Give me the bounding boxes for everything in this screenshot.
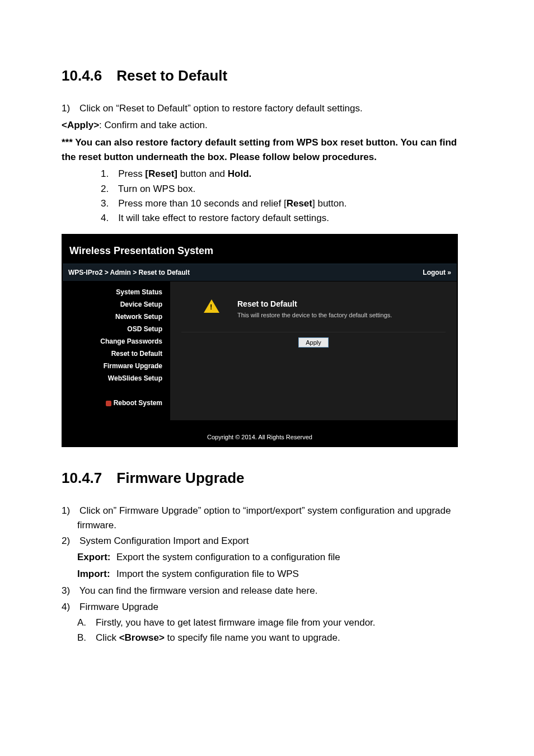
sidebar-item-system-status[interactable]: System Status bbox=[63, 286, 170, 298]
apply-button[interactable]: Apply bbox=[298, 337, 329, 348]
sidebar-item-reset-to-default[interactable]: Reset to Default bbox=[63, 348, 170, 360]
breadcrumb-bar: WPS-IPro2 > Admin > Reset to Default Log… bbox=[63, 264, 457, 281]
list-item: 4) Firmware Upgrade bbox=[62, 600, 472, 614]
list-item: 2. Turn on WPS box. bbox=[101, 182, 472, 196]
list-item: 2) System Configuration Import and Expor… bbox=[62, 534, 472, 548]
power-icon bbox=[106, 401, 111, 406]
paragraph: *** You can also restore factory default… bbox=[62, 135, 472, 165]
sidebar-item-webslides-setup[interactable]: WebSlides Setup bbox=[63, 372, 170, 384]
heading-number: 10.4.6 bbox=[62, 67, 102, 84]
panel-footer: Copyright © 2014. All Rights Reserved bbox=[63, 420, 457, 446]
content-heading: Reset to Default bbox=[237, 299, 392, 308]
warning-icon bbox=[204, 299, 219, 313]
import-line: Import:Import the system configuration f… bbox=[62, 567, 472, 581]
export-line: Export:Export the system configuration t… bbox=[62, 550, 472, 565]
sidebar-item-change-passwords[interactable]: Change Passwords bbox=[63, 335, 170, 348]
section-heading: 10.4.7Firmware Upgrade bbox=[62, 469, 472, 487]
list-item: 4. It will take effect to restore factor… bbox=[101, 211, 472, 226]
paragraph: 1) Click on “Reset to Default” option to… bbox=[62, 101, 472, 116]
logout-link[interactable]: Logout » bbox=[423, 269, 451, 276]
numbered-list: 1) Click on” Firmware Upgrade” option to… bbox=[62, 504, 472, 549]
paragraph: <Apply>: Confirm and take action. bbox=[62, 118, 472, 133]
sidebar-item-firmware-upgrade[interactable]: Firmware Upgrade bbox=[63, 360, 170, 372]
numbered-list: 3) You can find the firmware version and… bbox=[62, 584, 472, 614]
list-item: A. Firstly, you have to get latest firmw… bbox=[77, 616, 472, 630]
list-item: 1. Press [Reset] button and Hold. bbox=[101, 167, 472, 181]
heading-title: Reset to Default bbox=[116, 67, 227, 84]
sidebar: System Status Device Setup Network Setup… bbox=[63, 281, 170, 420]
sidebar-item-label: Reboot System bbox=[114, 399, 162, 407]
sidebar-item-osd-setup[interactable]: OSD Setup bbox=[63, 323, 170, 335]
heading-number: 10.4.7 bbox=[62, 469, 102, 486]
panel-title: Wireless Presentation System bbox=[63, 235, 457, 264]
content-description: This will restore the device to the fact… bbox=[237, 312, 392, 318]
content-area: Reset to Default This will restore the d… bbox=[170, 281, 457, 420]
admin-panel: Wireless Presentation System WPS-IPro2 >… bbox=[62, 234, 458, 447]
ordered-steps: 1. Press [Reset] button and Hold. 2. Tur… bbox=[62, 167, 472, 226]
list-item: 3. Press more than 10 seconds and relief… bbox=[101, 196, 472, 211]
list-item: 3) You can find the firmware version and… bbox=[62, 584, 472, 598]
section-heading: 10.4.6Reset to Default bbox=[62, 67, 472, 84]
sidebar-item-reboot[interactable]: Reboot System bbox=[63, 397, 170, 409]
list-item: B. Click <Browse> to specify file name y… bbox=[77, 631, 472, 645]
sidebar-item-network-setup[interactable]: Network Setup bbox=[63, 311, 170, 323]
heading-title: Firmware Upgrade bbox=[116, 469, 244, 486]
sidebar-item-device-setup[interactable]: Device Setup bbox=[63, 298, 170, 311]
list-item: 1) Click on” Firmware Upgrade” option to… bbox=[62, 504, 472, 533]
breadcrumb: WPS-IPro2 > Admin > Reset to Default bbox=[68, 269, 190, 276]
alpha-list: A. Firstly, you have to get latest firmw… bbox=[62, 616, 472, 645]
